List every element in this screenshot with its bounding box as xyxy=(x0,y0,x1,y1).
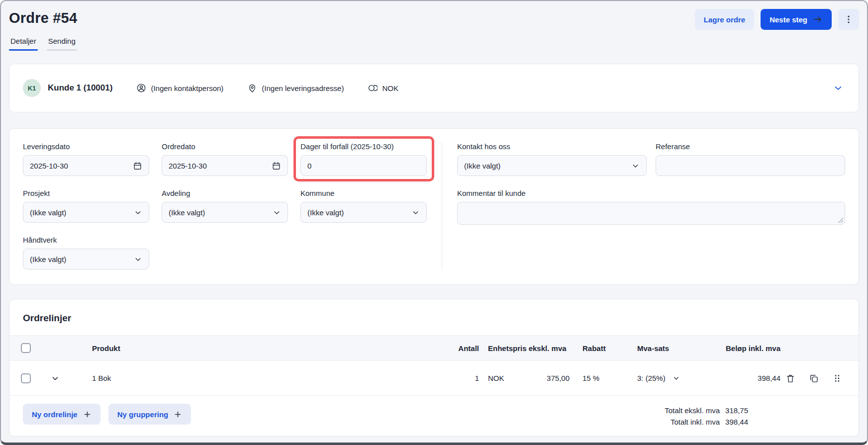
location-pin-icon xyxy=(247,83,257,93)
next-step-button[interactable]: Neste steg xyxy=(761,9,832,30)
next-step-label: Neste steg xyxy=(770,15,807,24)
tab-detaljer[interactable]: Detaljer xyxy=(9,37,38,51)
referanse-input[interactable] xyxy=(656,155,845,176)
textarea-resize-grip-icon[interactable] xyxy=(838,217,843,223)
leveringsdato-label: Leveringsdato xyxy=(23,142,149,151)
kontakt-hos-oss-select[interactable]: (Ikke valgt) xyxy=(457,155,647,176)
add-orderline-button[interactable]: Ny ordrelinje xyxy=(23,404,100,425)
referanse-label: Referanse xyxy=(656,142,845,151)
app-window: Ordre #54 Lagre ordre Neste steg xyxy=(0,0,868,445)
kommune-value: (Ikke valgt) xyxy=(307,208,407,217)
more-options-button[interactable] xyxy=(838,9,859,30)
field-referanse: Referanse xyxy=(656,142,845,176)
kommune-select[interactable]: (Ikke valgt) xyxy=(300,202,427,223)
field-dager-til-forfall: Dager til forfall (2025-10-30) 0 xyxy=(300,142,427,176)
customer-contact: (Ingen kontaktperson) xyxy=(136,83,223,93)
expand-row-chevron-icon[interactable] xyxy=(51,374,60,383)
customer-currency-text: NOK xyxy=(382,84,398,92)
form-divider xyxy=(442,142,442,269)
customer-contact-text: (Ingen kontaktperson) xyxy=(151,84,223,92)
amount-value: 398,44 xyxy=(706,374,785,382)
tab-bar: Detaljer Sending xyxy=(9,37,859,51)
field-handtverk: Håndtverk (Ikke valgt) xyxy=(23,236,149,269)
leveringsdato-input[interactable]: 2025-10-30 xyxy=(23,155,149,176)
unit-price-value: 375,00 xyxy=(547,374,570,382)
vat-value: 3: (25%) xyxy=(637,374,666,382)
field-kommune: Kommune (Ikke valgt) xyxy=(300,189,427,223)
plus-icon xyxy=(174,410,182,419)
duplicate-row-icon[interactable] xyxy=(809,373,819,383)
customer-currency: NOK xyxy=(368,83,398,93)
chevron-down-icon xyxy=(411,208,420,217)
vat-select[interactable]: 3: (25%) xyxy=(631,374,706,382)
kontakt-hos-oss-value: (Ikke valgt) xyxy=(464,162,627,170)
ordredato-input[interactable]: 2025-10-30 xyxy=(162,155,288,176)
field-kommentar-til-kunde: Kommentar til kunde xyxy=(457,189,845,225)
add-group-button[interactable]: Ny gruppering xyxy=(108,404,192,425)
field-prosjekt: Prosjekt (Ikke valgt) xyxy=(23,189,149,223)
chevron-down-icon xyxy=(631,162,640,170)
quantity-value[interactable]: 1 xyxy=(427,374,482,382)
total-excl-vat: Totalt ekskl. mva 318,75 xyxy=(665,405,748,416)
orderlines-footer-buttons: Ny ordrelinje Ny gruppering xyxy=(23,404,191,425)
kommentar-textarea[interactable] xyxy=(457,202,845,225)
orderlines-footer: Ny ordrelinje Ny gruppering Tota xyxy=(9,396,859,431)
column-rabatt: Rabatt xyxy=(577,344,631,353)
kommune-label: Kommune xyxy=(300,189,427,197)
total-incl-vat-value: 398,44 xyxy=(725,416,748,428)
field-avdeling: Avdeling (Ikke valgt) xyxy=(162,189,288,223)
form-right-row-1: Kontakt hos oss (Ikke valgt) Referanse xyxy=(457,142,845,176)
tab-sending[interactable]: Sending xyxy=(47,37,77,51)
handtverk-label: Håndtverk xyxy=(23,236,149,244)
coins-icon xyxy=(368,83,378,93)
row-actions xyxy=(785,373,859,383)
kontakt-hos-oss-label: Kontakt hos oss xyxy=(457,142,647,151)
dager-til-forfall-label: Dager til forfall (2025-10-30) xyxy=(300,142,427,151)
customer-expand-chevron-icon[interactable] xyxy=(831,81,845,95)
column-produkt: Produkt xyxy=(68,344,427,353)
handtverk-select[interactable]: (Ikke valgt) xyxy=(23,249,149,269)
prosjekt-value: (Ikke valgt) xyxy=(30,208,130,217)
dager-til-forfall-value: 0 xyxy=(307,162,420,170)
save-order-label: Lagre ordre xyxy=(704,15,745,24)
page-title: Ordre #54 xyxy=(9,9,77,26)
select-all-checkbox[interactable] xyxy=(21,343,31,353)
field-ordredato: Ordredato 2025-10-30 xyxy=(162,142,288,176)
orderline-row: 1 Bok 1 NOK 375,00 15 % 3: (25%) 398,44 xyxy=(9,361,859,396)
orderlines-card: Ordrelinjer Produkt Antall Enhetspris ek… xyxy=(9,299,859,437)
kebab-menu-icon xyxy=(844,14,854,24)
discount-value[interactable]: 15 % xyxy=(577,374,631,382)
kommentar-label: Kommentar til kunde xyxy=(457,189,845,197)
order-page: Ordre #54 Lagre ordre Neste steg xyxy=(1,1,867,443)
chevron-down-icon xyxy=(273,208,281,217)
prosjekt-select[interactable]: (Ikke valgt) xyxy=(23,202,149,223)
column-antall: Antall xyxy=(427,344,482,353)
customer-delivery-text: (Ingen leveringsadresse) xyxy=(262,84,344,92)
total-excl-vat-label: Totalt ekskl. mva xyxy=(665,405,720,416)
product-name[interactable]: 1 Bok xyxy=(68,374,427,382)
order-totals: Totalt ekskl. mva 318,75 Totalt inkl. mv… xyxy=(665,404,845,428)
order-details-card: Leveringsdato 2025-10-30 Ordredato 2025-… xyxy=(9,128,859,285)
contact-person-icon xyxy=(136,83,146,93)
add-orderline-label: Ny ordrelinje xyxy=(32,410,78,419)
save-order-button[interactable]: Lagre ordre xyxy=(695,9,754,30)
form-grid: Leveringsdato 2025-10-30 Ordredato 2025-… xyxy=(23,142,427,269)
delete-row-icon[interactable] xyxy=(785,373,795,383)
avdeling-select[interactable]: (Ikke valgt) xyxy=(162,202,288,223)
avdeling-label: Avdeling xyxy=(162,189,288,197)
dager-til-forfall-input[interactable]: 0 xyxy=(300,155,427,176)
customer-name: Kunde 1 (10001) xyxy=(48,83,112,93)
row-checkbox[interactable] xyxy=(21,373,31,383)
chevron-down-icon xyxy=(134,255,142,264)
column-enhetspris: Enhetspris ekskl. mva xyxy=(482,344,577,353)
leveringsdato-value: 2025-10-30 xyxy=(30,162,129,170)
chevron-down-icon xyxy=(134,208,142,217)
calendar-icon xyxy=(133,161,142,171)
drag-handle-icon[interactable] xyxy=(832,373,842,383)
customer-delivery-address: (Ingen leveringsadresse) xyxy=(247,83,344,93)
total-incl-vat-label: Totalt inkl. mva xyxy=(671,416,720,428)
add-group-label: Ny gruppering xyxy=(117,410,169,419)
unit-price-cell[interactable]: NOK 375,00 xyxy=(482,374,577,382)
total-incl-vat: Totalt inkl. mva 398,44 xyxy=(665,416,748,428)
field-leveringsdato: Leveringsdato 2025-10-30 xyxy=(23,142,149,176)
